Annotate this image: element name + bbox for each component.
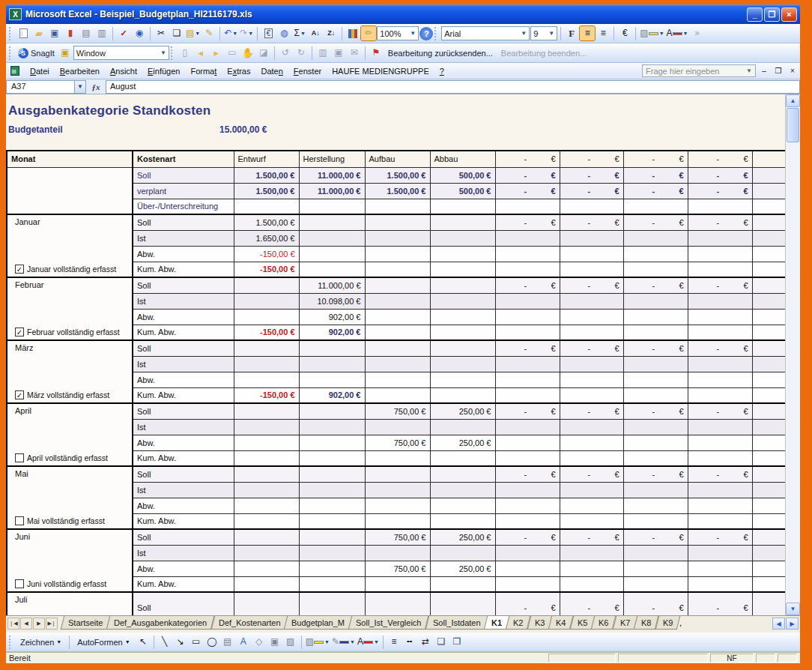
grid-cell[interactable] (560, 435, 623, 450)
chart-wizard-icon[interactable]: ▦ (345, 26, 360, 40)
grid-cell[interactable] (299, 214, 365, 230)
fill-color-icon[interactable]: ▨▼ (639, 26, 664, 40)
grid-cell[interactable]: 250,00 € (430, 403, 495, 419)
grid-cell[interactable] (752, 498, 785, 513)
grid-cell[interactable] (560, 545, 623, 561)
grid-cell[interactable] (560, 230, 623, 246)
grid-cell[interactable] (688, 513, 752, 529)
grid-cell[interactable] (365, 513, 430, 529)
grid-cell[interactable] (752, 230, 785, 246)
grid-cell[interactable]: -€ (495, 592, 560, 615)
grid-cell[interactable] (623, 372, 688, 387)
grid-cell[interactable] (365, 592, 430, 615)
menu-daten[interactable]: Daten (255, 64, 288, 78)
grid-cell[interactable]: 902,00 € (299, 309, 365, 325)
grid-cell[interactable]: -€ (623, 466, 688, 482)
grid-cell[interactable]: 902,00 € (299, 325, 365, 340)
doc-restore-button[interactable]: ❐ (772, 66, 784, 76)
clipart-icon[interactable]: ▣ (267, 635, 282, 649)
bold-button[interactable]: F (564, 26, 579, 40)
grid-cell[interactable] (752, 183, 785, 199)
next-sheet-icon[interactable]: ▶ (33, 618, 45, 630)
grid-cell[interactable] (299, 356, 365, 372)
grid-cell[interactable] (234, 576, 299, 592)
toolbar-grip[interactable] (9, 636, 13, 649)
grid-cell[interactable] (495, 199, 560, 214)
grid-cell[interactable]: -€ (495, 403, 560, 419)
grid-cell[interactable] (623, 498, 688, 513)
grid-cell[interactable] (234, 435, 299, 450)
grid-cell[interactable] (299, 246, 365, 262)
grid-cell[interactable] (495, 435, 560, 450)
attach-file-icon[interactable]: ✉ (347, 46, 362, 60)
grid-cell[interactable] (365, 450, 430, 466)
grid-cell[interactable]: -€ (495, 167, 560, 183)
grid-cell[interactable] (365, 293, 430, 309)
grid-cell[interactable] (365, 309, 430, 325)
grid-cell[interactable] (365, 545, 430, 561)
grid-cell[interactable] (430, 230, 495, 246)
grid-cell[interactable] (430, 325, 495, 340)
delete-comment-icon[interactable]: ◪ (256, 46, 271, 60)
grid-cell[interactable] (688, 230, 752, 246)
grid-cell[interactable] (688, 545, 752, 561)
grid-cell[interactable]: MaiMai vollständig erfasst (7, 466, 133, 529)
grid-cell[interactable] (495, 419, 560, 435)
grid-cell[interactable] (430, 387, 495, 403)
grid-cell[interactable] (234, 372, 299, 387)
grid-cell[interactable] (623, 545, 688, 561)
grid-cell[interactable] (688, 498, 752, 513)
grid-cell[interactable] (430, 482, 495, 498)
grid-cell[interactable]: 250,00 € (430, 435, 495, 450)
grid-cell[interactable] (623, 450, 688, 466)
grid-cell[interactable] (495, 498, 560, 513)
grid-cell[interactable] (299, 561, 365, 576)
scroll-right-icon[interactable]: ▶ (786, 618, 799, 630)
grid-cell[interactable] (365, 340, 430, 356)
grid-cell[interactable] (430, 356, 495, 372)
grid-cell[interactable] (234, 450, 299, 466)
grid-cell[interactable] (752, 482, 785, 498)
textbox-icon[interactable]: ▤ (220, 635, 235, 649)
grid-cell[interactable]: 11.000,00 € (299, 167, 365, 183)
grid-cell[interactable] (299, 199, 365, 214)
grid-cell[interactable] (752, 545, 785, 561)
new-document-icon[interactable]: ▯ (16, 26, 31, 40)
grid-cell[interactable] (299, 529, 365, 545)
grid-cell[interactable] (623, 262, 688, 277)
zeichnen-menu-button[interactable]: Zeichnen▼ (16, 635, 66, 650)
grid-cell[interactable] (752, 340, 785, 356)
grid-cell[interactable] (623, 325, 688, 340)
grid-cell[interactable]: 1.500,00 € (234, 183, 299, 199)
grid-cell[interactable] (234, 340, 299, 356)
grid-cell[interactable] (430, 372, 495, 387)
grid-cell[interactable]: 250,00 € (430, 561, 495, 576)
grid-cell[interactable] (688, 309, 752, 325)
redo-icon[interactable]: ↷▼ (239, 26, 254, 40)
grid-cell[interactable] (299, 466, 365, 482)
grid-cell[interactable] (623, 482, 688, 498)
grid-cell[interactable] (688, 262, 752, 277)
grid-cell[interactable] (365, 325, 430, 340)
snagit-capture-icon[interactable]: ▣ (58, 46, 73, 60)
grid-cell[interactable] (299, 435, 365, 450)
grid-cell[interactable]: -€ (560, 403, 623, 419)
grid-cell[interactable]: Juli (7, 592, 133, 615)
grid-cell[interactable] (752, 450, 785, 466)
grid-cell[interactable] (623, 293, 688, 309)
grid-cell[interactable] (234, 309, 299, 325)
undo-icon[interactable]: ↶▼ (223, 26, 238, 40)
grid-cell[interactable]: -€ (623, 340, 688, 356)
grid-cell[interactable] (365, 199, 430, 214)
grid-cell[interactable] (623, 435, 688, 450)
menu-datei[interactable]: Datei (25, 64, 55, 78)
grid-cell[interactable] (560, 246, 623, 262)
grid-cell[interactable] (234, 482, 299, 498)
scroll-up-icon[interactable]: ▲ (786, 94, 800, 107)
grid-cell[interactable]: -€ (688, 167, 752, 183)
snagit-mode-select[interactable]: Window▼ (73, 46, 169, 60)
create-task-icon[interactable]: ▥ (315, 46, 330, 60)
grid-cell[interactable] (752, 403, 785, 419)
open-folder-icon[interactable]: ▰ (31, 26, 46, 40)
month-complete-checkbox[interactable]: April vollständig erfasst (11, 452, 128, 465)
